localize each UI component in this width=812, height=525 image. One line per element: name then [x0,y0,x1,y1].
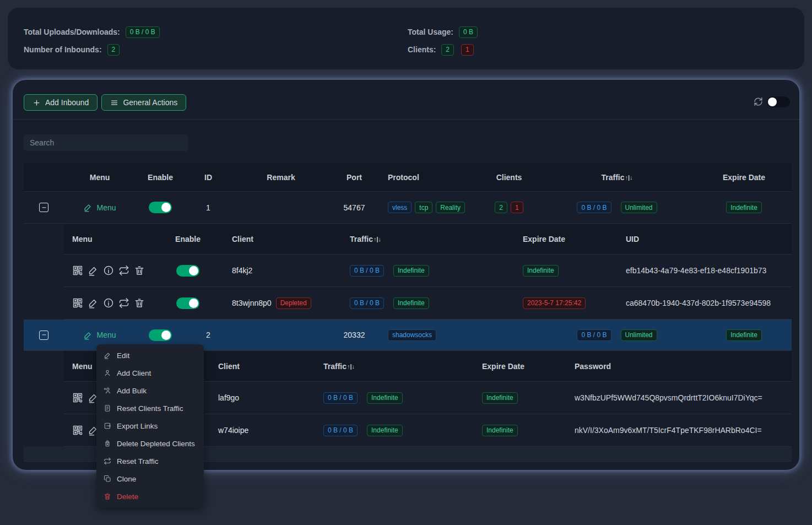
inbound-enable-toggle[interactable] [149,329,172,341]
protocol-badge: vless [388,202,412,213]
qr-code-icon[interactable] [72,265,83,276]
info-icon[interactable] [103,265,114,276]
client-enable-toggle[interactable] [176,265,199,277]
traffic-badge: 0 B / 0 B [323,425,358,436]
general-actions-button[interactable]: General Actions [101,94,186,111]
inbounds-count-value: 2 [107,44,120,56]
reset-traffic-icon[interactable] [118,297,129,308]
inbound-context-menu: Edit Add Client Add Bulk Reset Clients T… [96,344,204,507]
uploads-downloads-value: 0 B / 0 B [126,26,160,38]
menu-item-edit[interactable]: Edit [96,347,204,364]
plus-icon [33,99,41,107]
menu-item-delete[interactable]: Delete [96,488,204,505]
client-name: w74ioipe [218,426,248,435]
header-uid: UID [612,235,792,243]
uploads-downloads-label: Total Uploads/Downloads: [24,28,120,36]
inbound-menu-button[interactable]: Menu [83,331,116,340]
traffic-badge: 0 B / 0 B [577,202,611,213]
file-icon [104,404,111,412]
depleted-badge: Depleted [276,297,311,309]
expire-badge: Indefinite [482,425,518,436]
clients-active-value: 2 [441,44,454,56]
add-inbound-label: Add Inbound [45,98,89,107]
client-row: 8f4kj2 0 B / 0 B Indefinite Indefinite e… [64,255,792,287]
inbounds-count-label: Number of Inbounds: [24,45,102,54]
header-traffic[interactable]: Traffic↑|↓ [337,235,510,243]
inbound-row-1: Menu 1 54767 vless tcp Reality 2 1 0 B /… [24,192,792,224]
header-menu: Menu [64,235,158,243]
add-inbound-button[interactable]: Add Inbound [24,94,98,111]
client-uid: ca68470b-1940-437d-802b-1f9573e94598 [626,299,771,307]
sort-arrows-icon: ↑|↓ [347,363,355,370]
clients-count-label: Clients: [408,45,436,54]
search-input[interactable] [24,134,188,151]
inbound-id: 2 [185,331,231,339]
header-password: Password [566,362,792,371]
header-menu: Menu [64,173,136,182]
user-icon [104,369,111,377]
inbound-port: 20332 [331,331,378,339]
clients-depleted-badge: 1 [511,202,523,213]
header-expire-date: Expire Date [696,173,792,182]
stats-card: Total Uploads/Downloads: 0 B / 0 B Numbe… [8,8,804,69]
header-client: Client [218,235,337,243]
expire-badge: Indefinite [523,265,559,277]
menu-item-export-links[interactable]: Export Links [96,417,204,435]
qr-code-icon[interactable] [72,297,83,308]
collapse-row-button[interactable] [39,331,48,340]
menu-bars-icon [110,99,118,107]
delete-icon[interactable] [134,265,145,276]
inbound-menu-button[interactable]: Menu [83,203,116,212]
delete-icon[interactable] [134,297,145,308]
header-remark: Remark [231,173,331,182]
inbound-enable-toggle[interactable] [149,202,172,213]
expire-badge: Indefinite [482,392,518,404]
edit-icon[interactable] [88,265,99,276]
collapse-row-button[interactable] [39,203,48,212]
clients-depleted-value: 1 [461,44,474,56]
client-enable-toggle[interactable] [176,297,199,309]
client-password: w3NfbzUPf5WWd745Q8pvsmQrdrttT2IO6knuI7Di… [575,393,762,402]
traffic-limit-badge: Indefinite [393,265,429,277]
info-icon[interactable] [103,297,114,308]
traffic-badge: 0 B / 0 B [323,392,358,404]
header-clients: Clients [480,173,538,182]
expire-badge: Indefinite [726,202,762,213]
traffic-limit-badge: Indefinite [367,392,403,404]
total-usage-label: Total Usage: [408,28,453,36]
header-traffic[interactable]: Traffic↑|↓ [315,362,473,371]
header-expire-date: Expire Date [473,362,566,371]
auto-refresh-toggle[interactable] [767,96,790,107]
menu-item-add-bulk[interactable]: Add Bulk [96,382,204,399]
edit-icon [83,331,93,340]
clients-table-header: Menu Enable Client Traffic↑|↓ Expire Dat… [64,224,792,255]
edit-icon [104,351,111,359]
client-uid: efb14b43-4a79-4e83-ef18-e48cf1901b73 [626,266,766,275]
users-icon [104,387,111,394]
toolbar-divider [13,119,799,120]
header-enable: Enable [158,235,218,243]
reset-traffic-icon[interactable] [118,265,129,276]
header-traffic[interactable]: Traffic↑|↓ [538,173,696,182]
traffic-badge: 0 B / 0 B [350,297,384,309]
qr-code-icon[interactable] [72,425,83,436]
header-id: ID [185,173,231,182]
menu-item-clone[interactable]: Clone [96,470,204,488]
refresh-icon[interactable] [754,97,763,106]
sort-arrows-icon: ↑|↓ [373,236,381,242]
traffic-limit-badge: Indefinite [367,425,403,436]
menu-item-reset-clients-traffic[interactable]: Reset Clients Traffic [96,399,204,417]
qr-code-icon[interactable] [72,392,83,403]
client-row: 8t3wjnn8p0 Depleted 0 B / 0 B Indefinite… [64,287,792,320]
menu-item-reset-traffic[interactable]: Reset Traffic [96,452,204,470]
client-name: laf9go [218,393,239,402]
protocol-badge: shadowsocks [388,329,436,341]
header-client: Client [209,362,315,371]
header-protocol: Protocol [378,173,480,182]
protocol-badge: Reality [436,202,465,213]
menu-item-delete-depleted-clients[interactable]: Delete Depleted Clients [96,435,204,452]
menu-item-add-client[interactable]: Add Client [96,364,204,382]
expire-badge: 2023-5-7 17:25:42 [523,297,586,309]
edit-icon[interactable] [88,297,99,308]
inbounds-table-header: Menu Enable ID Remark Port Protocol Clie… [24,163,792,192]
